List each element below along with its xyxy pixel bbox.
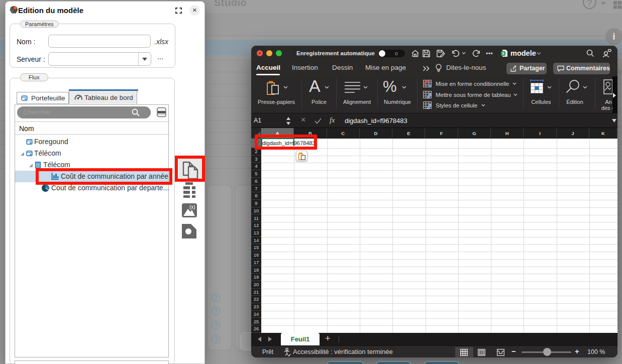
svg-text:(x): (x) [189, 204, 195, 210]
svg-text:X: X [502, 51, 505, 56]
